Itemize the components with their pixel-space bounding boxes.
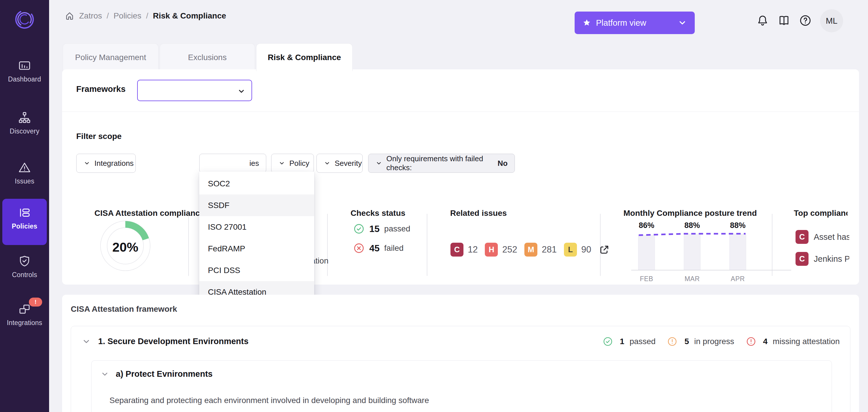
checks-row-passed: 15 passed	[353, 223, 410, 235]
breadcrumb-separator: /	[146, 11, 148, 21]
breadcrumb-separator: /	[106, 11, 109, 21]
tab-label: Risk & Compliance	[268, 53, 341, 62]
app-root: Dashboard Discovery Issues Pol	[0, 0, 868, 412]
tab-label: Exclusions	[188, 53, 227, 62]
chevron-down-icon	[278, 160, 285, 167]
frameworks-select[interactable]	[137, 80, 252, 101]
dashboard-icon	[0, 59, 49, 72]
notifications-bell-icon[interactable]	[756, 14, 769, 27]
sidebar-item-dashboard[interactable]: Dashboard	[0, 59, 49, 83]
filter-label: Only requirements with failed checks:	[386, 154, 494, 172]
user-avatar[interactable]: ML	[820, 9, 843, 32]
discovery-icon	[0, 111, 49, 124]
card-divider	[427, 214, 427, 276]
home-icon[interactable]	[65, 11, 74, 21]
dropdown-option-ssdf[interactable]: SSDF	[199, 195, 314, 216]
sidebar: Dashboard Discovery Issues Pol	[0, 0, 49, 412]
severity-chip-critical: C	[796, 230, 808, 244]
frameworks-dropdown: SOC2 SSDF ISO 27001 FedRAMP PCI DSS CISA…	[199, 172, 314, 304]
chevron-down-icon	[100, 370, 110, 379]
filter-policy[interactable]: Policy	[271, 154, 314, 173]
sub-requirement-description: Separating and protecting each environme…	[110, 396, 429, 405]
sidebar-item-label: Controls	[0, 271, 49, 279]
x-circle-icon	[353, 242, 365, 254]
help-icon[interactable]	[799, 14, 812, 27]
policies-icon	[0, 206, 49, 219]
tab-policy-management[interactable]: Policy Management	[63, 43, 158, 71]
requirement-group-stats: 1 passed 5 in progress 4 missing attesta…	[602, 336, 840, 347]
chevron-down-icon	[324, 160, 331, 167]
top-compliance-card-title: Top compliance	[794, 209, 847, 218]
sidebar-item-integrations[interactable]: ! Integrations	[0, 302, 49, 327]
sidebar-item-label: Policies	[0, 223, 49, 230]
risk-compliance-panel: Frameworks Filter scope Integrations ies…	[62, 69, 859, 285]
stat-label: passed	[629, 337, 655, 346]
issues-icon	[0, 160, 49, 175]
sidebar-item-discovery[interactable]: Discovery	[0, 111, 49, 135]
trend-month-label: FEB	[638, 275, 655, 283]
dropdown-option-fedramp[interactable]: FedRAMP	[199, 238, 314, 260]
stat-number: 15	[369, 224, 380, 234]
filter-integrations[interactable]: Integrations	[76, 154, 136, 173]
sidebar-item-label: Integrations	[0, 319, 49, 327]
dropdown-option-iso27001[interactable]: ISO 27001	[199, 216, 314, 238]
external-link-icon[interactable]	[598, 243, 611, 256]
chevron-down-icon	[375, 160, 382, 167]
tab-exclusions[interactable]: Exclusions	[160, 43, 255, 71]
sidebar-item-issues[interactable]: Issues	[0, 160, 49, 185]
severity-count: 90	[581, 244, 591, 255]
severity-chip-critical: C	[796, 252, 808, 266]
top-compliance-item[interactable]: C Asset has	[794, 230, 849, 244]
stat-label: in progress	[694, 337, 734, 346]
check-circle-icon	[602, 336, 613, 347]
frameworks-label: Frameworks	[76, 84, 126, 94]
severity-count: 281	[542, 244, 557, 255]
compliance-card-title: CISA Attestation compliance	[94, 209, 205, 218]
stat-number: 1	[620, 337, 625, 346]
docs-book-icon[interactable]	[777, 14, 790, 27]
sidebar-item-label: Dashboard	[0, 76, 49, 83]
platform-view-label: Platform view	[596, 18, 646, 28]
filter-failed-checks-toggle[interactable]: Only requirements with failed checks: No	[368, 154, 515, 173]
controls-icon	[0, 254, 49, 268]
sub-requirement-box: a) Protect Evnironments Separating and p…	[91, 360, 832, 412]
check-circle-icon	[353, 223, 365, 235]
chevron-down-icon	[677, 18, 687, 28]
tab-risk-compliance[interactable]: Risk & Compliance	[256, 43, 352, 71]
compliance-donut-chart: 20%	[98, 219, 152, 273]
severity-chip-low: L	[564, 243, 577, 257]
top-compliance-list: C Asset has C Jenkins Pl	[794, 230, 849, 274]
warning-circle-icon	[667, 336, 677, 347]
framework-detail-panel: CISA Attestation framework 1. Secure Dev…	[62, 295, 859, 412]
tab-label: Policy Management	[75, 53, 146, 62]
sidebar-item-policies[interactable]: Policies	[0, 206, 49, 230]
chevron-down-icon	[84, 160, 90, 167]
dropdown-option-pcidss[interactable]: PCI DSS	[199, 260, 314, 281]
trend-dashed-line	[638, 231, 748, 237]
filter-severity[interactable]: Severity	[316, 154, 363, 173]
chevron-down-icon	[237, 87, 246, 96]
trend-value: 88%	[730, 221, 746, 230]
requirement-group-header[interactable]: 1. Secure Development Environments 1 pas…	[71, 326, 850, 356]
sidebar-item-label: Discovery	[0, 127, 49, 135]
card-divider	[772, 214, 772, 276]
dropdown-option-soc2[interactable]: SOC2	[199, 173, 314, 195]
checks-row-failed: 45 failed	[353, 242, 404, 255]
sub-requirement-header[interactable]: a) Protect Evnironments	[100, 369, 213, 379]
chevron-down-icon	[82, 336, 91, 346]
platform-view-button[interactable]: Platform view	[575, 11, 695, 34]
stat-number: 45	[369, 243, 380, 254]
sidebar-item-controls[interactable]: Controls	[0, 254, 49, 279]
checks-card-title: Checks status	[350, 209, 405, 218]
stat-number: 5	[684, 337, 689, 346]
requirement-group-title: 1. Secure Development Environments	[98, 336, 249, 346]
top-compliance-item[interactable]: C Jenkins Pl	[794, 252, 849, 266]
trend-bar	[638, 235, 655, 270]
breadcrumb-item[interactable]: Zatros	[79, 11, 102, 21]
breadcrumb-item[interactable]: Policies	[114, 11, 141, 21]
breadcrumb: Zatros / Policies / Risk & Compliance	[65, 11, 226, 21]
trend-month-label: APR	[730, 275, 746, 283]
filter-categories[interactable]: ies	[199, 154, 266, 173]
trend-bar	[730, 234, 746, 270]
requirement-group-box: 1. Secure Development Environments 1 pas…	[71, 326, 850, 412]
